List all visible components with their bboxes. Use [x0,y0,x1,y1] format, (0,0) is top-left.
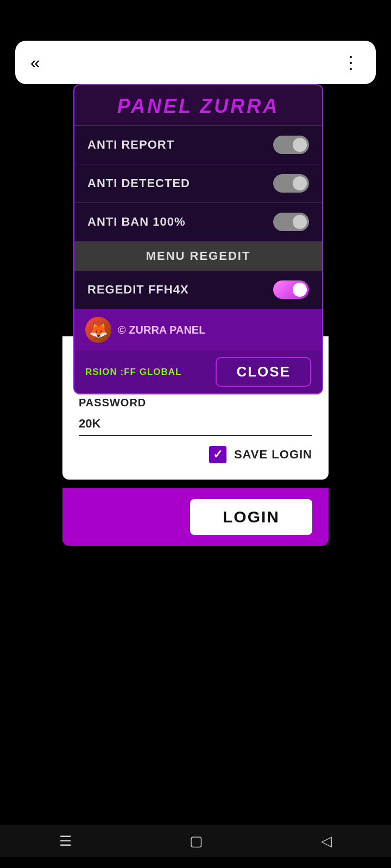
toggle-row-anti-detected: ANTI DETECTED [74,164,322,203]
overlay-panel: PANEL ZURRA ANTI REPORT ANTI DETECTED AN… [73,84,323,394]
regedit-ffh4x-label: REGEDIT FFH4X [87,283,189,297]
password-input[interactable] [79,412,312,436]
anti-ban-label: ANTI BAN 100% [87,215,185,229]
footer-avatar: 🦊 [85,317,111,343]
anti-ban-toggle[interactable] [273,213,309,231]
back-icon[interactable]: « [30,53,40,73]
login-button[interactable]: LOGIN [190,499,312,535]
toggle-row-anti-report: ANTI REPORT [74,126,322,164]
back-nav-icon[interactable]: ◁ [321,833,332,850]
password-label: PASSWORD [79,397,312,409]
save-login-checkbox[interactable]: ✓ [209,446,226,463]
version-text: RSION :FF GLOBAL [85,367,181,378]
menu-regedit-label: MENU REGEDIT [146,249,251,263]
panel-bottom-bar: RSION :FF GLOBAL CLOSE [74,350,322,393]
bottom-nav: ☰ ▢ ◁ [0,825,391,857]
regedit-toggle[interactable] [273,280,309,299]
menu-dots-icon[interactable]: ⋮ [342,52,361,73]
home-square-icon[interactable]: ▢ [190,833,203,850]
checkmark-icon: ✓ [213,448,223,462]
menu-regedit-header: MENU REGEDIT [74,241,322,271]
toggle-row-anti-ban: ANTI BAN 100% [74,203,322,241]
panel-header: PANEL ZURRA [74,85,322,126]
save-login-row: ✓ SAVE LOGIN [79,446,312,463]
toggle-row-regedit: REGEDIT FFH4X [74,271,322,309]
save-login-label: SAVE LOGIN [234,448,312,462]
anti-detected-toggle[interactable] [273,174,309,193]
top-bar: « ⋮ [15,41,376,84]
panel-title: PANEL ZURRA [117,95,280,117]
anti-report-label: ANTI REPORT [87,138,174,152]
anti-report-knob [293,138,307,152]
login-footer: LOGIN [62,488,329,546]
regedit-knob [293,283,307,297]
panel-footer: 🦊 © ZURRA PANEL [74,309,322,350]
anti-report-toggle[interactable] [273,136,309,154]
hamburger-icon[interactable]: ☰ [59,833,72,850]
footer-copyright: © ZURRA PANEL [118,324,205,336]
anti-detected-knob [293,176,307,190]
anti-ban-knob [293,215,307,229]
anti-detected-label: ANTI DETECTED [87,176,190,190]
close-button[interactable]: CLOSE [216,357,311,387]
